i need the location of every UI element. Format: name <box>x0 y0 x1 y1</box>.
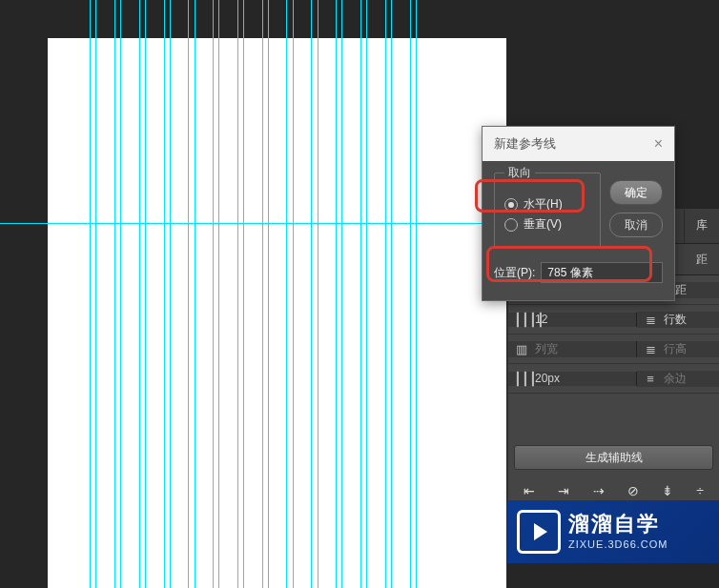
vertical-guide[interactable] <box>218 0 219 588</box>
vertical-guide[interactable] <box>391 0 392 588</box>
columns-value: 12 <box>535 313 547 326</box>
vertical-guide[interactable] <box>410 0 411 588</box>
vertical-guide[interactable] <box>145 0 146 588</box>
vertical-guide[interactable] <box>139 0 140 588</box>
gutter-field[interactable]: ┃┃┃ 20px <box>508 372 637 386</box>
col-width-value: 列宽 <box>535 341 558 357</box>
radio-vertical[interactable]: 垂直(V) <box>504 216 590 233</box>
watermark: 溜溜自学 ZIXUE.3D66.COM <box>507 500 719 563</box>
canvas-workspace[interactable] <box>0 0 506 588</box>
vertical-guide[interactable] <box>311 0 312 588</box>
vertical-guide[interactable] <box>268 0 269 588</box>
row-height-field[interactable]: ≣ 行高 <box>637 341 719 357</box>
row-columns: ┃┃┃┃ 12 ≣ 行数 <box>508 305 719 335</box>
align-middle-icon[interactable]: ÷ <box>696 483 704 498</box>
rows-field[interactable]: ≣ 行数 <box>637 312 719 328</box>
watermark-url: ZIXUE.3D66.COM <box>568 538 668 550</box>
vertical-guide[interactable] <box>360 0 361 588</box>
columns-field[interactable]: ┃┃┃┃ 12 <box>508 313 637 327</box>
row-gutter: ┃┃┃ 20px ≡ 余边 <box>508 364 719 394</box>
position-input[interactable] <box>541 262 663 283</box>
radio-horizontal-label: 水平(H) <box>524 196 563 213</box>
radio-horizontal[interactable]: 水平(H) <box>504 196 590 213</box>
radio-vertical-indicator <box>504 218 518 232</box>
vertical-guide[interactable] <box>195 0 195 588</box>
rows-icon: ≣ <box>643 313 658 327</box>
vertical-guide[interactable] <box>318 0 318 588</box>
play-icon <box>517 510 561 554</box>
ok-button[interactable]: 确定 <box>609 180 663 205</box>
vertical-guide[interactable] <box>90 0 91 588</box>
align-left-icon[interactable]: ⇤ <box>524 483 535 498</box>
vertical-guide[interactable] <box>385 0 386 588</box>
gutter-icon: ┃┃┃ <box>514 372 529 386</box>
vertical-guide[interactable] <box>237 0 238 588</box>
gutter-value: 20px <box>535 372 560 385</box>
cancel-button[interactable]: 取消 <box>609 213 663 237</box>
vertical-guide[interactable] <box>336 0 337 588</box>
remainder-icon: ≡ <box>643 372 658 386</box>
align-right-icon[interactable]: ⇢ <box>593 483 605 498</box>
row-height-icon: ≣ <box>643 342 658 356</box>
close-icon[interactable]: × <box>654 135 663 152</box>
vertical-guide[interactable] <box>188 0 189 588</box>
row-col-width: ▥ 列宽 ≣ 行高 <box>508 335 719 364</box>
vertical-guide[interactable] <box>164 0 165 588</box>
orientation-legend: 取向 <box>504 165 535 181</box>
watermark-title: 溜溜自学 <box>568 514 668 535</box>
position-row: 位置(P): <box>494 262 663 283</box>
vertical-guide[interactable] <box>95 0 96 588</box>
col-width-field[interactable]: ▥ 列宽 <box>508 341 637 357</box>
vertical-guide[interactable] <box>170 0 171 588</box>
vertical-guide[interactable] <box>286 0 287 588</box>
vertical-guide[interactable] <box>341 0 342 588</box>
row-height-label: 行高 <box>664 341 687 357</box>
clear-icon[interactable]: ⊘ <box>627 483 639 498</box>
align-center-icon[interactable]: ⇥ <box>558 483 569 498</box>
vertical-guide[interactable] <box>213 0 214 588</box>
dialog-titlebar[interactable]: 新建参考线 × <box>483 127 674 161</box>
radio-horizontal-indicator <box>504 198 518 212</box>
radio-vertical-label: 垂直(V) <box>524 216 562 233</box>
rows-label: 行数 <box>664 312 687 328</box>
subheader-label: 距 <box>690 244 713 274</box>
dialog-body: 取向 水平(H) 垂直(V) 位置(P): 确定 取消 <box>483 161 674 300</box>
tab-library[interactable]: 库 <box>684 209 719 243</box>
vertical-guide[interactable] <box>366 0 367 588</box>
dialog-title: 新建参考线 <box>494 135 556 152</box>
vertical-guide[interactable] <box>114 0 115 588</box>
vertical-guide[interactable] <box>243 0 244 588</box>
orientation-group: 取向 水平(H) 垂直(V) <box>494 172 601 249</box>
new-guide-dialog: 新建参考线 × 取向 水平(H) 垂直(V) 位置(P): 确定 取消 <box>482 126 675 301</box>
position-label: 位置(P): <box>494 265 535 281</box>
remainder-label: 余边 <box>664 371 687 387</box>
vertical-guide[interactable] <box>262 0 263 588</box>
align-top-icon[interactable]: ⇟ <box>662 483 673 498</box>
document-canvas[interactable] <box>48 38 506 588</box>
vertical-guide[interactable] <box>416 0 417 588</box>
remainder-field[interactable]: ≡ 余边 <box>637 371 719 387</box>
col-width-icon: ▥ <box>514 342 529 356</box>
vertical-guide[interactable] <box>120 0 121 588</box>
vertical-guide[interactable] <box>293 0 294 588</box>
columns-icon: ┃┃┃┃ <box>514 313 529 327</box>
generate-guides-button[interactable]: 生成辅助线 <box>514 445 713 470</box>
